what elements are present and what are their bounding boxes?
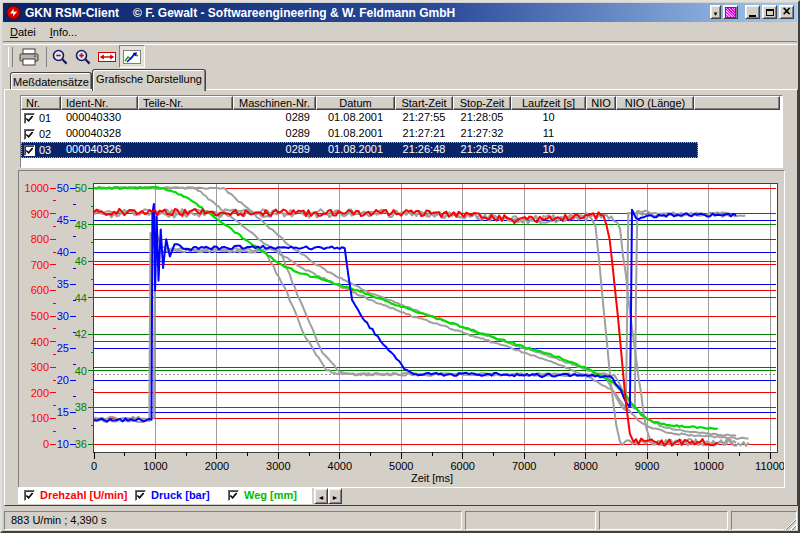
menu-item-datei[interactable]: Datei [3,24,43,40]
column-header-4[interactable]: Datum [316,96,395,110]
titlebar-dropdown-button[interactable] [710,5,721,19]
legend-label-1: Druck [bar] [151,489,210,501]
cell-9 [616,142,694,158]
svg-text:40: 40 [57,246,69,258]
toolbar [3,43,797,70]
utility-icon [725,7,736,18]
chart-legend: Drehzahl [U/min]Druck [bar]Weg [mm] [18,487,312,504]
table-row-02[interactable]: 02000040328028901.08.200121:27:2121:27:3… [21,126,780,142]
window-title-caption: © F. Gewalt - Softwareengineering & W. F… [133,6,455,20]
printer-icon [17,48,41,66]
row-number: 02 [39,127,51,142]
close-button[interactable] [779,5,794,19]
x-scale-button[interactable] [95,45,118,68]
column-header-8[interactable]: NIO [586,96,616,110]
tab-messdatensaetze[interactable]: Meßdatensätze [10,72,92,90]
row-checkbox[interactable] [135,490,146,501]
column-header-2[interactable]: Teile-Nr. [138,96,233,110]
svg-text:600: 600 [31,284,49,296]
svg-text:7000: 7000 [512,460,536,472]
svg-text:1000: 1000 [25,182,49,194]
title-bar[interactable]: GKN RSM-Client © F. Gewalt - Softwareeng… [3,3,797,22]
minimize-icon [749,15,756,17]
row-checkbox[interactable] [228,490,239,501]
window-title-app: GKN RSM-Client [25,6,119,20]
row-checkbox[interactable] [24,129,35,140]
row-checkbox[interactable] [24,145,35,156]
chart-area: 0100020003000400050006000700080009000100… [18,170,785,488]
column-header-5[interactable]: Start-Zeit [395,96,453,110]
legend-item-1[interactable]: Druck [bar] [135,489,210,501]
maximize-button[interactable] [762,5,777,19]
column-header-filler [694,96,780,110]
svg-text:500: 500 [31,310,49,322]
cell-1: 000040326 [61,142,138,158]
row-checkbox[interactable] [24,490,35,501]
scroll-left-button[interactable] [314,488,328,504]
measurement-chart[interactable]: 0100020003000400050006000700080009000100… [19,171,784,487]
svg-text:1000: 1000 [143,460,167,472]
cell-6: 21:28:05 [453,110,511,126]
cell-7: 11 [511,126,586,142]
cell-7: 10 [511,142,586,158]
column-header-6[interactable]: Stop-Zeit [453,96,511,110]
column-header-1[interactable]: Ident-Nr. [61,96,138,110]
x-scale-icon [97,50,117,64]
titlebar-utility-button[interactable] [723,5,738,19]
cell-1: 000040328 [61,126,138,142]
arrow-right-icon [332,490,339,502]
legend-item-2[interactable]: Weg [mm] [228,489,297,501]
status-bar: 883 U/min ; 4,390 s [3,508,797,532]
print-button[interactable] [15,45,43,68]
zoom-out-icon [51,48,69,66]
cell-4: 01.08.2001 [316,110,395,126]
column-header-9[interactable]: NIO (Länge) [616,96,694,110]
scroll-right-button[interactable] [328,488,342,504]
x-axis-label: Zeit [ms] [411,472,453,484]
app-logo-icon [6,5,21,20]
legend-item-0[interactable]: Drehzahl [U/min] [24,489,127,501]
maximize-icon [766,9,774,16]
svg-text:44: 44 [75,292,87,304]
column-header-0[interactable]: Nr. [21,96,61,110]
status-cursor-readout: 883 U/min ; 4,390 s [4,511,462,530]
arrow-left-icon [318,490,325,502]
svg-text:6000: 6000 [450,460,474,472]
svg-text:46: 46 [75,255,87,267]
cell-7: 10 [511,110,586,126]
svg-text:300: 300 [31,361,49,373]
svg-text:9000: 9000 [635,460,659,472]
table-row-03[interactable]: 03000040326028901.08.200121:26:4821:26:5… [21,142,780,158]
cell-9 [616,126,694,142]
svg-text:50: 50 [57,182,69,194]
y-axis-weg: 5048464442403836 [75,182,94,450]
svg-text:20: 20 [57,374,69,386]
column-header-7[interactable]: Laufzeit [s] [511,96,586,110]
legend-label-2: Weg [mm] [244,489,297,501]
zoom-in-icon [74,48,92,66]
zoom-out-button[interactable] [49,45,71,68]
cell-9 [616,110,694,126]
cell-3: 0289 [233,110,316,126]
cell-2 [138,126,233,142]
zoom-in-button[interactable] [72,45,94,68]
legend-label-0: Drehzahl [U/min] [40,489,127,501]
table-row-01[interactable]: 01000040330028901.08.200121:27:5521:28:0… [21,110,780,126]
minimize-button[interactable] [745,5,760,19]
y-axis-drehzahl: 10009008007006005004003002001000 [25,182,56,450]
toolbar-grip[interactable] [8,47,13,67]
menu-item-info[interactable]: Info... [43,24,85,40]
column-header-3[interactable]: Maschinen-Nr. [233,96,316,110]
cell-nr: 01 [21,110,61,126]
cell-8 [586,142,616,158]
svg-text:30: 30 [57,310,69,322]
svg-text:5000: 5000 [389,460,413,472]
tab-grafische-darstellung[interactable]: Grafische Darstellung [92,69,206,91]
chevron-down-icon [713,6,719,18]
svg-text:15: 15 [57,406,69,418]
graph-view-button[interactable] [119,45,145,68]
row-checkbox[interactable] [24,113,35,124]
cell-6: 21:27:32 [453,126,511,142]
cell-8 [586,126,616,142]
svg-text:11000: 11000 [755,460,784,472]
